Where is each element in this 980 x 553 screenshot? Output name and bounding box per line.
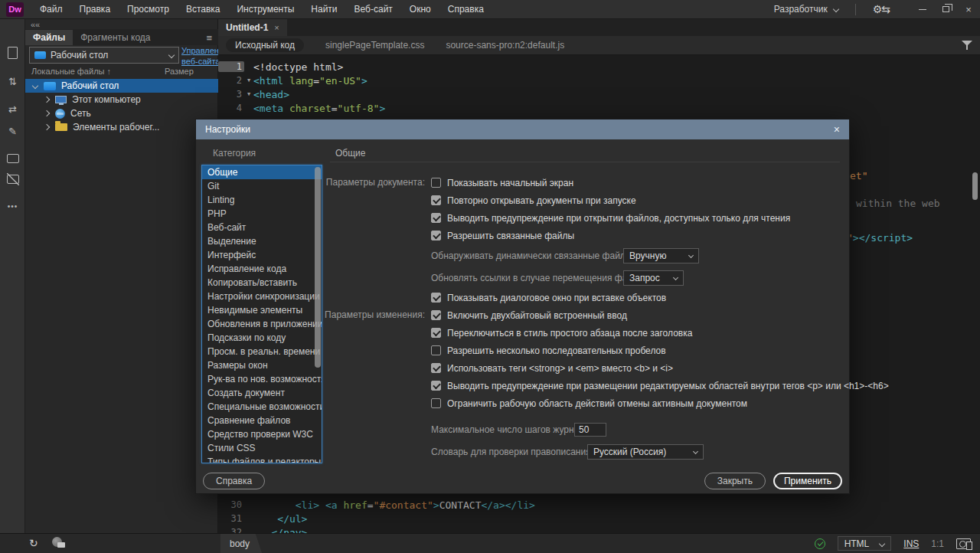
close-dialog-button[interactable]: Закрыть bbox=[704, 473, 766, 489]
checkbox-checked[interactable] bbox=[431, 231, 441, 241]
category-scrollbar[interactable] bbox=[315, 167, 321, 368]
menu-item-Окно[interactable]: Окно bbox=[401, 0, 439, 19]
category-Просм. в реальн. времени[interactable]: Просм. в реальн. времени bbox=[202, 345, 322, 358]
line-number[interactable]: 2 bbox=[218, 75, 244, 86]
category-Невидимые элементы[interactable]: Невидимые элементы bbox=[202, 303, 322, 317]
checkbox-unchecked[interactable] bbox=[431, 178, 441, 188]
panel-menu-icon[interactable]: ≡ bbox=[206, 31, 212, 45]
checkbox-checked[interactable] bbox=[431, 381, 441, 391]
related-file-source-sans-pro:n2:default.js[interactable]: source-sans-pro:n2:default.js bbox=[446, 40, 564, 51]
document-tab[interactable]: Untitled-1 × bbox=[218, 19, 287, 36]
comments-icon[interactable] bbox=[0, 150, 25, 167]
line-number[interactable]: 3 bbox=[218, 89, 244, 100]
chevron-right-icon[interactable] bbox=[44, 124, 50, 130]
checkbox-checked[interactable] bbox=[431, 293, 441, 303]
dialog-close-icon[interactable]: × bbox=[834, 123, 840, 136]
filter-icon[interactable] bbox=[962, 40, 972, 51]
workspace-switcher[interactable]: Разработчик bbox=[763, 4, 849, 15]
chevron-down-icon[interactable] bbox=[32, 83, 38, 89]
chevron-right-icon[interactable] bbox=[44, 97, 50, 103]
sync-settings-icon[interactable]: ⚙⇆ bbox=[862, 3, 900, 15]
menu-item-Веб-сайт[interactable]: Веб-сайт bbox=[346, 0, 401, 19]
close-tab-icon[interactable]: × bbox=[274, 23, 279, 32]
line-number[interactable]: 31 bbox=[218, 513, 244, 524]
comments-disabled-icon[interactable] bbox=[0, 171, 25, 188]
column-size[interactable]: Размер bbox=[165, 67, 194, 76]
checkbox-checked[interactable] bbox=[431, 195, 441, 205]
close-button[interactable]: × bbox=[957, 0, 980, 19]
restore-button[interactable] bbox=[934, 0, 957, 19]
fold-arrow-icon[interactable]: ▼ bbox=[244, 91, 253, 97]
category-Linting[interactable]: Linting bbox=[202, 193, 322, 207]
line-number[interactable]: 1 bbox=[218, 61, 244, 72]
category-PHP[interactable]: PHP bbox=[202, 207, 322, 221]
category-list[interactable]: ОбщиеGitLintingPHPВеб-сайтВыделениеИнтер… bbox=[201, 165, 322, 463]
category-Стили CSS[interactable]: Стили CSS bbox=[202, 441, 322, 455]
checkbox-checked[interactable] bbox=[431, 363, 441, 373]
category-Интерфейс[interactable]: Интерфейс bbox=[202, 248, 322, 262]
checkbox-unchecked[interactable] bbox=[431, 345, 441, 355]
help-button[interactable]: Справка bbox=[203, 473, 265, 489]
menu-item-Правка[interactable]: Правка bbox=[71, 0, 119, 19]
column-local-files[interactable]: Локальные файлы ↑ bbox=[31, 67, 111, 76]
panel-tab-Фрагменты кода[interactable]: Фрагменты кода bbox=[73, 30, 158, 45]
category-Копировать/вставить[interactable]: Копировать/вставить bbox=[202, 276, 322, 290]
doctype-dropdown[interactable]: HTML bbox=[838, 536, 892, 551]
tree-item-Этот компьютер[interactable]: Этот компьютер bbox=[25, 93, 218, 106]
collapse-panel-icon[interactable]: «« bbox=[31, 20, 40, 29]
category-Сравнение файлов[interactable]: Сравнение файлов bbox=[202, 414, 322, 427]
editor-scrollbar[interactable] bbox=[972, 172, 978, 200]
more-options-icon[interactable]: ••• bbox=[0, 198, 25, 214]
line-number[interactable]: 4 bbox=[218, 103, 244, 113]
dialog-title-bar[interactable]: Настройки × bbox=[196, 119, 849, 139]
category-Типы файлов и редакторы[interactable]: Типы файлов и редакторы bbox=[202, 455, 322, 463]
dreamweaver-logo-icon[interactable]: Dw bbox=[6, 2, 24, 17]
category-Веб-сайт[interactable]: Веб-сайт bbox=[202, 221, 322, 234]
site-select[interactable]: Рабочий стол bbox=[29, 47, 179, 64]
category-Размеры окон[interactable]: Размеры окон bbox=[202, 358, 322, 372]
tree-item-Элементы рабочег...[interactable]: Элементы рабочег... bbox=[25, 120, 218, 134]
category-Обновления в приложении[interactable]: Обновления в приложении bbox=[202, 317, 322, 331]
tree-item-Рабочий стол[interactable]: Рабочий стол bbox=[25, 79, 218, 93]
minimize-button[interactable] bbox=[911, 0, 934, 19]
dropdown-Вручную[interactable]: Вручную bbox=[623, 248, 699, 263]
category-Исправление кода[interactable]: Исправление кода bbox=[202, 262, 322, 276]
history-steps-input[interactable]: 50 bbox=[574, 423, 606, 437]
fold-arrow-icon[interactable]: ▼ bbox=[244, 77, 253, 83]
category-Средство проверки W3C[interactable]: Средство проверки W3C bbox=[202, 427, 322, 441]
dropdown-Русский (Россия)[interactable]: Русский (Россия) bbox=[587, 444, 704, 460]
device-preview-icon[interactable] bbox=[956, 538, 971, 549]
chevron-right-icon[interactable] bbox=[44, 110, 50, 116]
related-file-singlePageTemplate.css[interactable]: singlePageTemplate.css bbox=[325, 40, 424, 51]
category-Настройки синхронизации[interactable]: Настройки синхронизации bbox=[202, 290, 322, 303]
checkbox-checked[interactable] bbox=[431, 310, 441, 320]
insert-mode-indicator[interactable]: INS bbox=[903, 538, 919, 549]
apply-button[interactable]: Применить bbox=[773, 473, 842, 489]
panel-tab-Файлы[interactable]: Файлы bbox=[25, 30, 73, 45]
checkbox-unchecked[interactable] bbox=[431, 398, 441, 408]
live-refresh-icon[interactable]: ⇄ bbox=[0, 100, 25, 117]
tree-item-Сеть[interactable]: Сеть bbox=[25, 106, 218, 120]
line-number[interactable]: 30 bbox=[218, 499, 244, 510]
menu-item-Файл[interactable]: Файл bbox=[31, 0, 71, 19]
category-Выделение[interactable]: Выделение bbox=[202, 234, 322, 248]
files-icon[interactable] bbox=[0, 44, 25, 61]
category-Специальные возможности[interactable]: Специальные возможности bbox=[202, 400, 322, 414]
menu-item-Вставка[interactable]: Вставка bbox=[178, 0, 229, 19]
tag-selector-body[interactable]: body bbox=[220, 534, 262, 553]
category-Подсказки по коду[interactable]: Подсказки по коду bbox=[202, 331, 322, 345]
menu-item-Найти[interactable]: Найти bbox=[302, 0, 345, 19]
dropdown-Запрос[interactable]: Запрос bbox=[623, 270, 684, 286]
checkbox-checked[interactable] bbox=[431, 213, 441, 223]
inspect-code-icon[interactable]: ✎ bbox=[0, 123, 25, 139]
line-number[interactable]: 32 bbox=[218, 527, 244, 533]
category-Git[interactable]: Git bbox=[202, 179, 322, 193]
related-file-source[interactable]: Исходный код bbox=[226, 38, 304, 52]
category-Рук-ва по нов. возможностям[interactable]: Рук-ва по нов. возможностям bbox=[202, 372, 322, 386]
refresh-icon[interactable]: ↻ bbox=[29, 537, 38, 549]
upload-download-icon[interactable]: ⇅ bbox=[0, 73, 25, 90]
category-Общие[interactable]: Общие bbox=[202, 165, 322, 179]
checkbox-checked[interactable] bbox=[431, 328, 441, 338]
menu-item-Справка[interactable]: Справка bbox=[439, 0, 492, 19]
category-Создать документ[interactable]: Создать документ bbox=[202, 386, 322, 400]
